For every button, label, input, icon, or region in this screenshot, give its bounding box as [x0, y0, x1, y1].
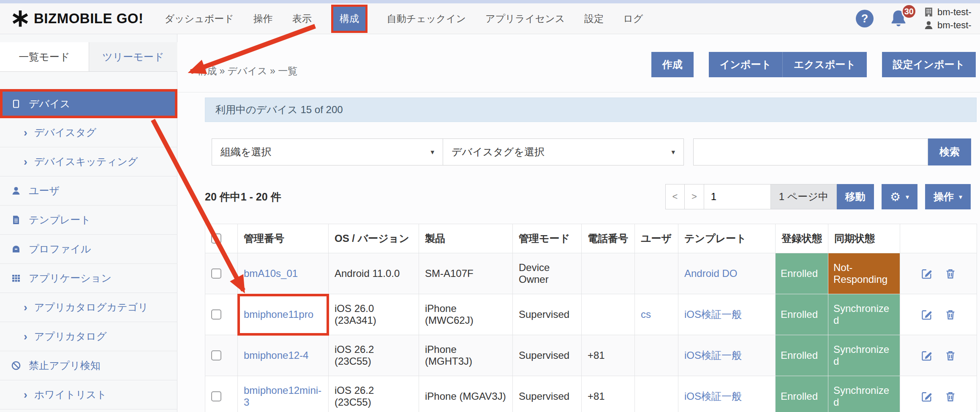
device-usage-banner: 利用中のデバイス 15 of 200 — [205, 98, 977, 122]
row-checkbox[interactable] — [211, 309, 221, 320]
device-name-link-highlighted[interactable]: bmiphone11pro — [244, 309, 313, 320]
nav-item-auto-checkin[interactable]: 自動チェックイン — [387, 12, 466, 25]
create-button[interactable]: 作成 — [651, 52, 694, 77]
notification-count-badge: 30 — [901, 4, 917, 19]
sidebar-item-label: デバイスキッティング — [34, 155, 138, 168]
go-to-page-button[interactable]: 移動 — [837, 184, 874, 209]
device-name-link[interactable]: bmA10s_01 — [244, 268, 298, 279]
tab-list-mode[interactable]: 一覧モード — [0, 42, 89, 71]
sidebar-item-prohibited-app-detection[interactable]: 禁止アプリ検知 — [0, 351, 177, 380]
sidebar-item-profiles[interactable]: プロファイル — [0, 235, 177, 264]
sidebar-item-whitelist[interactable]: › ホワイトリスト — [0, 380, 177, 409]
col-header-enroll-status[interactable]: 登録状態 — [776, 224, 828, 253]
col-header-user[interactable]: ユーザ — [635, 224, 678, 253]
notifications-bell[interactable]: 30 — [889, 9, 908, 28]
user-cell — [635, 335, 678, 376]
table-row: bmiphone12mini-3 iOS 26.2 (23C55) iPhone… — [205, 376, 977, 412]
phone-cell — [582, 294, 635, 335]
nav-item-configuration[interactable]: 構成 — [331, 5, 368, 33]
phone-cell: +81 — [582, 376, 635, 412]
row-checkbox[interactable] — [211, 350, 221, 360]
sidebar-item-app-catalog-categories[interactable]: › アプリカタログカテゴリ — [0, 293, 177, 322]
col-header-os[interactable]: OS / バージョン — [329, 224, 419, 253]
user-cell — [635, 253, 678, 294]
device-tag-select[interactable]: デバイスタグを選択 ▾ — [443, 138, 684, 165]
bulk-actions-dropdown[interactable]: 操作 ▾ — [925, 184, 971, 209]
phone-cell — [582, 253, 635, 294]
sidebar-item-devices[interactable]: デバイス — [0, 89, 177, 118]
organization-select-value: 組織を選択 — [220, 145, 272, 159]
col-header-mode[interactable]: 管理モード — [513, 224, 582, 253]
col-header-sync-status[interactable]: 同期状態 — [828, 224, 900, 253]
delete-icon[interactable] — [945, 390, 956, 402]
delete-icon[interactable] — [945, 268, 956, 279]
edit-icon[interactable] — [921, 350, 933, 361]
edit-icon[interactable] — [921, 309, 933, 320]
nav-item-settings[interactable]: 設定 — [584, 12, 604, 25]
column-settings-dropdown[interactable]: ⚙ ▾ — [882, 184, 917, 209]
page-number-input[interactable] — [704, 184, 771, 209]
delete-icon[interactable] — [945, 350, 956, 361]
template-link[interactable]: iOS検証一般 — [684, 309, 742, 320]
row-checkbox[interactable] — [211, 268, 221, 279]
edit-icon[interactable] — [921, 390, 933, 402]
template-link[interactable]: Android DO — [684, 268, 737, 279]
chevron-down-icon: ▾ — [906, 193, 909, 201]
device-name-link[interactable]: bmiphone12mini-3 — [244, 385, 321, 408]
page-action-buttons: 作成 インポート エクスポート 設定インポート — [651, 52, 976, 77]
enroll-status-cell: Enrolled — [776, 335, 828, 376]
col-header-product[interactable]: 製品 — [419, 224, 513, 253]
nav-item-app-license[interactable]: アプリライセンス — [485, 12, 565, 25]
organization-select[interactable]: 組織を選択 ▾ — [212, 138, 443, 165]
nav-item-log[interactable]: ログ — [623, 12, 643, 25]
next-page-button[interactable]: > — [685, 184, 704, 209]
col-header-name[interactable]: 管理番号 — [238, 224, 329, 253]
product-cell: iPhone (MGAV3J) — [419, 376, 513, 412]
sidebar-item-device-tags[interactable]: › デバイスタグ — [0, 118, 177, 147]
search-button[interactable]: 検索 — [928, 138, 971, 165]
bulk-actions-label: 操作 — [934, 190, 954, 203]
nav-item-view[interactable]: 表示 — [292, 12, 312, 25]
account-info[interactable]: bm-test- bm-test- — [923, 7, 977, 31]
export-button[interactable]: エクスポート — [782, 52, 867, 77]
mgmt-mode-cell: Supervised — [513, 335, 582, 376]
header-divider — [178, 92, 980, 92]
edit-icon[interactable] — [921, 268, 933, 279]
apps-grid-icon — [11, 273, 21, 283]
col-header-template[interactable]: テンプレート — [678, 224, 776, 253]
document-icon — [11, 215, 21, 225]
account-user-name: bm-test- — [937, 20, 972, 31]
device-name-link[interactable]: bmiphone12-4 — [244, 350, 308, 361]
nav-item-operations[interactable]: 操作 — [253, 12, 273, 25]
delete-icon[interactable] — [945, 309, 956, 320]
sidebar-item-app-catalog[interactable]: › アプリカタログ — [0, 322, 177, 351]
prev-page-button[interactable]: < — [665, 184, 685, 209]
help-icon[interactable]: ? — [856, 10, 874, 27]
search-input[interactable] — [693, 138, 928, 165]
pagination-bar: 20 件中1 - 20 件 < > 1 ページ中 移動 ⚙ ▾ 操作 ▾ — [205, 184, 971, 209]
import-button[interactable]: インポート — [709, 52, 782, 77]
chevron-down-icon: ▾ — [430, 148, 434, 157]
sidebar-item-label: プロファイル — [29, 242, 91, 256]
col-header-phone[interactable]: 電話番号 — [582, 224, 635, 253]
sidebar-item-device-kitting[interactable]: › デバイスキッティング — [0, 147, 177, 176]
user-icon — [11, 186, 21, 196]
template-link[interactable]: iOS検証一般 — [684, 350, 742, 361]
user-link[interactable]: cs — [641, 309, 651, 320]
settings-import-button[interactable]: 設定インポート — [882, 52, 976, 77]
sidebar-item-templates[interactable]: テンプレート — [0, 206, 177, 235]
sidebar-item-label: 禁止アプリ検知 — [29, 359, 101, 372]
sidebar-item-applications[interactable]: アプリケーション — [0, 264, 177, 293]
account-org-name: bm-test- — [937, 7, 972, 18]
sync-status-cell: Synchronized — [828, 294, 900, 335]
sidebar-item-label: ホワイトリスト — [34, 388, 107, 401]
template-link[interactable]: iOS検証一般 — [684, 390, 742, 402]
nav-item-dashboard[interactable]: ダッシュボード — [164, 12, 234, 25]
mgmt-mode-cell: Supervised — [513, 294, 582, 335]
row-checkbox[interactable] — [211, 391, 221, 401]
sidebar-item-label: アプリカタログ — [34, 330, 107, 343]
sidebar-item-users[interactable]: ユーザ — [0, 176, 177, 206]
select-all-checkbox[interactable] — [211, 233, 221, 244]
os-version-cell: Android 11.0.0 — [329, 253, 419, 294]
tab-tree-mode[interactable]: ツリーモード — [89, 42, 178, 71]
